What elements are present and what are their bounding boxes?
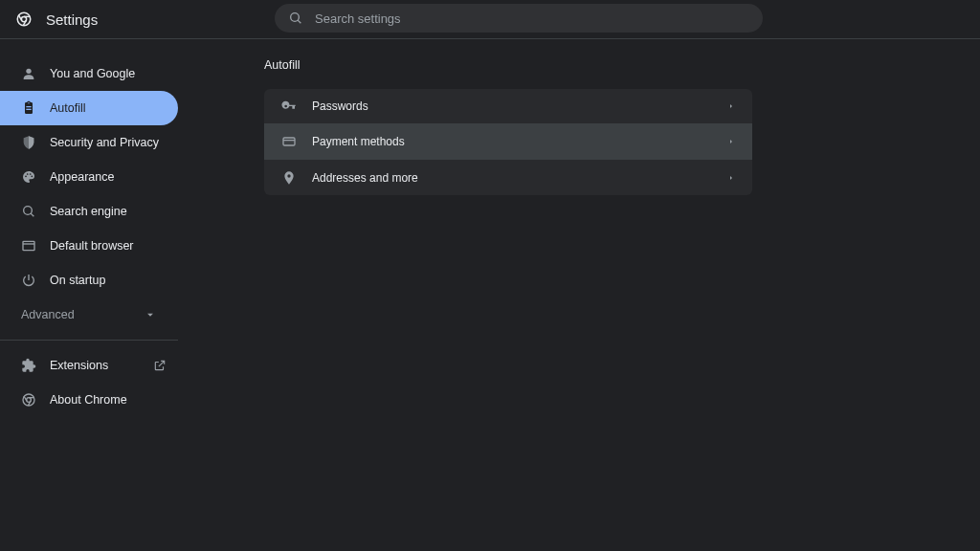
search-input[interactable] xyxy=(315,11,749,26)
row-passwords[interactable]: Passwords xyxy=(264,89,752,124)
external-link-icon xyxy=(153,359,167,372)
row-label: Addresses and more xyxy=(312,171,418,185)
power-icon xyxy=(21,273,36,288)
sidebar-advanced-toggle[interactable]: Advanced xyxy=(0,298,178,332)
palette-icon xyxy=(21,169,36,185)
row-payment-methods[interactable]: Payment methods xyxy=(264,124,752,160)
extension-icon xyxy=(21,358,36,373)
sidebar-item-label: Extensions xyxy=(50,359,108,372)
svg-point-5 xyxy=(291,13,300,22)
svg-line-6 xyxy=(298,20,301,23)
sidebar-item-default-browser[interactable]: Default browser xyxy=(0,229,178,263)
svg-point-12 xyxy=(24,207,33,215)
row-addresses[interactable]: Addresses and more xyxy=(264,160,752,195)
svg-line-13 xyxy=(31,213,33,216)
person-icon xyxy=(21,66,36,81)
row-label: Passwords xyxy=(312,99,368,113)
chevron-right-icon xyxy=(727,138,735,145)
sidebar-item-autofill[interactable]: Autofill xyxy=(0,91,178,125)
sidebar-item-label: About Chrome xyxy=(50,393,127,407)
svg-point-7 xyxy=(26,69,31,74)
chevron-down-icon xyxy=(144,308,157,321)
browser-window-icon xyxy=(21,238,36,253)
section-title: Autofill xyxy=(264,58,980,72)
sidebar-item-label: You and Google xyxy=(50,67,135,80)
search-box[interactable] xyxy=(275,4,763,33)
clipboard-icon xyxy=(21,100,36,116)
row-label: Payment methods xyxy=(312,135,405,148)
sidebar-item-about-chrome[interactable]: About Chrome xyxy=(0,383,178,417)
svg-point-11 xyxy=(31,175,33,177)
search-icon xyxy=(21,204,36,219)
sidebar-item-security-privacy[interactable]: Security and Privacy xyxy=(0,125,178,160)
sidebar-item-label: On startup xyxy=(50,274,105,287)
shield-icon xyxy=(21,135,36,150)
svg-point-10 xyxy=(30,173,32,175)
sidebar-item-label: Security and Privacy xyxy=(50,136,159,149)
svg-point-8 xyxy=(25,175,27,177)
sidebar-item-label: Default browser xyxy=(50,239,134,253)
chevron-right-icon xyxy=(727,102,735,110)
chevron-right-icon xyxy=(727,174,735,182)
page-title: Settings xyxy=(46,11,276,28)
svg-rect-21 xyxy=(283,138,295,145)
credit-card-icon xyxy=(281,134,297,149)
sidebar: You and Google Autofill Security and Pri… xyxy=(0,39,237,551)
content-area: Autofill Passwords Payment methods Addre… xyxy=(237,39,980,551)
svg-point-9 xyxy=(27,173,29,175)
sidebar-item-search-engine[interactable]: Search engine xyxy=(0,194,178,229)
sidebar-item-appearance[interactable]: Appearance xyxy=(0,160,178,194)
advanced-label: Advanced xyxy=(21,308,75,321)
key-icon xyxy=(281,99,297,114)
sidebar-item-on-startup[interactable]: On startup xyxy=(0,263,178,298)
search-icon xyxy=(288,11,303,26)
chrome-logo-icon xyxy=(15,11,33,28)
sidebar-item-label: Search engine xyxy=(50,205,127,218)
location-pin-icon xyxy=(281,170,297,186)
sidebar-item-you-and-google[interactable]: You and Google xyxy=(0,56,178,91)
settings-card: Passwords Payment methods Addresses and … xyxy=(264,89,752,195)
chrome-icon xyxy=(21,392,36,408)
sidebar-item-label: Appearance xyxy=(50,170,114,184)
sidebar-divider xyxy=(0,340,178,341)
sidebar-item-extensions[interactable]: Extensions xyxy=(0,348,178,383)
sidebar-item-label: Autofill xyxy=(50,101,86,115)
svg-rect-14 xyxy=(23,241,34,250)
